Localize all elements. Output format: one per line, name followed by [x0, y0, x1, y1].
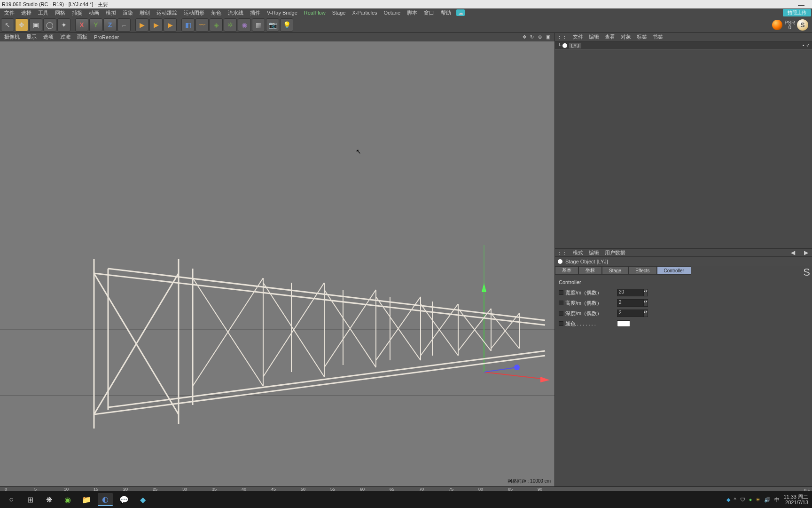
tray-up-icon[interactable]: ^: [734, 497, 736, 502]
menu-vray[interactable]: V-Ray Bridge: [264, 10, 301, 16]
om-menu-object[interactable]: 对象: [621, 33, 631, 40]
viewport-nav-icons[interactable]: ✥ ↻ ⊕ ▣: [523, 34, 554, 40]
tray-sheild-icon[interactable]: 🛡: [740, 497, 745, 502]
vp-menu-display[interactable]: 显示: [23, 33, 40, 40]
tab-controller[interactable]: Controller: [657, 266, 691, 275]
tool-grid[interactable]: ▦: [252, 18, 265, 32]
om-menu-view[interactable]: 查看: [605, 33, 615, 40]
grip-icon[interactable]: ⋮⋮: [557, 250, 567, 256]
tool-rotate[interactable]: ◯: [43, 18, 56, 32]
om-menu-bookmarks[interactable]: 书签: [653, 33, 663, 40]
menu-simulate[interactable]: 模拟: [102, 9, 119, 16]
menu-render[interactable]: 渲染: [119, 9, 136, 16]
menu-snap[interactable]: 捕捉: [69, 9, 86, 16]
tool-move[interactable]: ✥: [15, 18, 28, 32]
height-spinner[interactable]: ▴▾: [643, 299, 648, 307]
tool-lasso[interactable]: ✦: [57, 18, 70, 32]
task-view-button[interactable]: ⊞: [23, 493, 38, 506]
axis-y-button[interactable]: Y: [89, 18, 102, 32]
app-1-icon[interactable]: ❋: [41, 493, 56, 506]
object-tree[interactable]: └ LYJ ▪ ✓: [555, 41, 812, 248]
prim-cube-button[interactable]: ◧: [181, 18, 195, 32]
width-spinner[interactable]: ▴▾: [643, 289, 648, 296]
color-swatch[interactable]: [617, 320, 630, 327]
tool-scale[interactable]: ▣: [29, 18, 42, 32]
menu-xparticles[interactable]: X-Particles: [349, 10, 380, 16]
cloud-icon[interactable]: ☁: [456, 9, 465, 16]
tray-sun-icon[interactable]: ☀: [756, 497, 760, 503]
menu-animate[interactable]: 动画: [86, 9, 102, 16]
menu-pipeline[interactable]: 流水线: [225, 9, 247, 16]
start-button[interactable]: ○: [4, 493, 19, 506]
render-region-button[interactable]: ▶: [149, 18, 163, 32]
vp-menu-panel[interactable]: 面板: [74, 33, 91, 40]
render-settings-button[interactable]: ▶: [164, 18, 177, 32]
depth-spinner[interactable]: ▴▾: [643, 310, 648, 317]
menu-motiontrack[interactable]: 运动跟踪: [153, 9, 180, 16]
vp-menu-prorender[interactable]: ProRender: [91, 34, 122, 40]
menu-sculpt[interactable]: 雕刻: [136, 9, 153, 16]
color-checkbox[interactable]: [559, 321, 563, 326]
om-menu-edit[interactable]: 编辑: [589, 33, 599, 40]
tray-vol-icon[interactable]: 🔊: [764, 497, 771, 503]
tray-icon[interactable]: ◆: [726, 497, 730, 503]
height-checkbox[interactable]: [559, 301, 563, 305]
menu-realflow[interactable]: RealFlow: [301, 10, 329, 16]
menu-mesh[interactable]: 网格: [52, 9, 69, 16]
menu-file[interactable]: 文件: [1, 9, 18, 16]
height-input[interactable]: 2: [617, 299, 643, 307]
tool-camera[interactable]: 📷: [266, 18, 279, 32]
app-browser-icon[interactable]: ◉: [60, 493, 75, 506]
app-wechat-icon[interactable]: 💬: [117, 493, 132, 506]
am-menu-edit[interactable]: 编辑: [589, 249, 599, 256]
nav-arrows-icon[interactable]: ◀ ▶: [791, 249, 810, 256]
tool-brush[interactable]: 〰: [195, 18, 209, 32]
vp-menu-options[interactable]: 选项: [40, 33, 57, 40]
vp-menu-filter[interactable]: 过滤: [57, 33, 74, 40]
tool-tag[interactable]: ◉: [238, 18, 251, 32]
material-preview-icon[interactable]: [772, 20, 782, 30]
menu-script[interactable]: 脚本: [404, 9, 421, 16]
tool-coord[interactable]: ⌐: [117, 18, 131, 32]
clock[interactable]: 11:33 周二2021/7/13: [783, 494, 808, 505]
menu-plugins[interactable]: 插件: [247, 9, 264, 16]
tab-basic[interactable]: 基本: [555, 266, 578, 275]
menu-mograph[interactable]: 运动图形: [180, 9, 208, 16]
menu-octane[interactable]: Octane: [381, 10, 404, 16]
menu-tools[interactable]: 工具: [35, 9, 52, 16]
tab-effects[interactable]: Effects: [628, 266, 656, 275]
visibility-dots-icon[interactable]: ▪ ✓: [803, 42, 810, 48]
s-ball-icon[interactable]: S: [797, 19, 808, 31]
axis-x-button[interactable]: X: [75, 18, 88, 32]
om-menu-file[interactable]: 文件: [573, 33, 583, 40]
menu-select[interactable]: 选择: [18, 9, 35, 16]
am-menu-userdata[interactable]: 用户数据: [605, 249, 625, 256]
vp-menu-camera[interactable]: 摄像机: [1, 33, 23, 40]
render-view-button[interactable]: ▶: [135, 18, 148, 32]
viewport-3d[interactable]: ↖ 网格间距 : 10000 cm: [0, 41, 554, 486]
width-checkbox[interactable]: [559, 290, 563, 295]
om-menu-tags[interactable]: 标签: [637, 33, 647, 40]
tray-ime-label[interactable]: 中: [774, 496, 780, 503]
tool-cursor[interactable]: ↖: [1, 18, 14, 32]
width-input[interactable]: 20: [617, 289, 643, 296]
depth-input[interactable]: 2: [617, 310, 643, 317]
tool-deformer[interactable]: ◈: [210, 18, 223, 32]
grip-icon[interactable]: ⋮⋮: [557, 34, 567, 40]
am-menu-mode[interactable]: 模式: [573, 249, 583, 256]
tool-generator[interactable]: ✲: [224, 18, 237, 32]
tool-light[interactable]: 💡: [280, 18, 293, 32]
tab-coord[interactable]: 坐标: [578, 266, 602, 275]
tab-stage[interactable]: Stage: [602, 266, 628, 275]
app-other-icon[interactable]: ◆: [135, 493, 150, 506]
menu-help[interactable]: 帮助: [437, 9, 454, 16]
depth-checkbox[interactable]: [559, 311, 563, 316]
menu-stage[interactable]: Stage: [329, 10, 349, 16]
menu-window[interactable]: 窗口: [421, 9, 437, 16]
object-name-label[interactable]: LYJ: [569, 43, 581, 48]
menu-character[interactable]: 角色: [208, 9, 225, 16]
object-row-lyj[interactable]: └ LYJ ▪ ✓: [555, 41, 812, 50]
axis-z-button[interactable]: Z: [103, 18, 117, 32]
app-explorer-icon[interactable]: 📁: [79, 493, 94, 506]
minimize-icon[interactable]: —: [798, 1, 804, 8]
